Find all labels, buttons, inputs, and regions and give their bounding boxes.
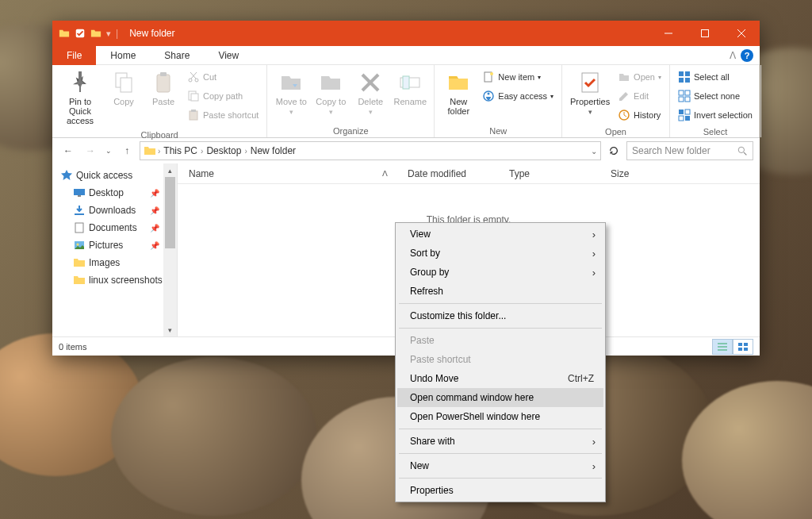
tree-linux-screenshots[interactable]: linux screenshots [52,271,177,289]
help-icon[interactable]: ? [741,49,753,62]
move-to-button[interactable]: Move to ▾ [272,68,310,117]
crumb-thispc[interactable]: This PC [162,145,199,156]
ctx-group-by[interactable]: Group by› [397,263,603,282]
tree-documents[interactable]: Documents 📌 [52,219,177,236]
folder-icon [144,144,156,157]
sort-chevron-icon: ᐱ [382,169,388,178]
search-icon [737,146,748,156]
select-all-icon [678,71,691,83]
svg-rect-37 [685,110,690,114]
ctx-sort-by[interactable]: Sort by› [397,244,603,263]
col-size[interactable]: Size [599,163,663,183]
properties-button[interactable]: Properties ▾ [567,68,613,117]
address-dropdown-icon[interactable]: ⌄ [591,147,597,156]
easy-access-button[interactable]: Easy access ▾ [479,87,557,105]
item-count: 0 items [59,342,86,352]
svg-rect-52 [744,343,748,346]
edit-button[interactable]: Edit [615,87,665,105]
qat-dropdown-icon[interactable]: ▾ [106,29,111,39]
select-none-icon [678,90,691,102]
column-headers: Name ᐱ Date modified Type Size [178,163,760,184]
ctx-properties[interactable]: Properties [397,481,603,500]
nav-back-button[interactable]: ← [59,141,78,160]
context-menu: View› Sort by› Group by› Refresh Customi… [395,222,606,502]
paste-button[interactable]: Paste [144,68,182,108]
crumb-newfolder[interactable]: New folder [249,145,297,156]
svg-rect-21 [403,76,409,89]
view-details-button[interactable] [712,339,733,355]
new-folder-button[interactable]: New folder [439,68,477,117]
view-large-icons-button[interactable] [733,339,753,355]
tab-share[interactable]: Share [150,46,204,65]
svg-rect-42 [74,189,85,195]
titlebar[interactable]: ▾ | New folder [52,21,760,46]
svg-line-41 [744,152,746,155]
ctx-view[interactable]: View› [397,225,603,244]
pin-to-quick-access-button[interactable]: Pin to Quick access [57,68,103,127]
svg-rect-51 [738,343,742,346]
tab-view[interactable]: View [204,46,253,65]
easy-access-icon [482,90,495,102]
refresh-button[interactable] [604,141,623,160]
invert-selection-button[interactable]: Invert selection [675,106,756,124]
nav-forward-button[interactable]: → [81,141,100,160]
copy-path-button[interactable]: Copy path [184,87,262,105]
delete-button[interactable]: Delete ▾ [351,68,389,117]
tab-file[interactable]: File [52,46,96,65]
qat-newfolder-icon[interactable] [90,28,102,39]
ctx-customize[interactable]: Customize this folder... [397,306,603,325]
ctx-refresh[interactable]: Refresh [397,282,603,301]
nav-history-dropdown[interactable]: ⌄ [103,141,114,160]
svg-rect-44 [75,213,84,215]
submenu-arrow-icon: › [592,267,596,279]
svg-point-10 [189,79,192,82]
tree-desktop[interactable]: Desktop 📌 [52,184,177,202]
history-button[interactable]: History [615,106,665,124]
svg-point-11 [195,79,198,82]
ribbon-tabs: File Home Share View ᐱ ? [52,46,760,65]
ctx-undo-move[interactable]: Undo MoveCtrl+Z [397,369,603,388]
ctx-paste: Paste [397,331,603,350]
copy-to-button[interactable]: Copy to ▾ [312,68,350,117]
address-bar[interactable]: › This PC › Desktop › New folder ⌄ [140,141,601,160]
svg-rect-54 [744,348,748,351]
svg-rect-36 [679,110,684,114]
tree-images[interactable]: Images [52,254,177,271]
col-date[interactable]: Date modified [396,163,498,183]
submenu-arrow-icon: › [592,460,596,472]
ctx-new[interactable]: New› [397,456,603,475]
ctx-paste-shortcut: Paste shortcut [397,350,603,369]
ctx-open-cmd[interactable]: Open command window here [397,388,603,407]
crumb-desktop[interactable]: Desktop [205,145,243,156]
col-name[interactable]: Name ᐱ [178,163,396,183]
svg-rect-17 [191,110,196,112]
copy-button[interactable]: Copy [105,68,143,108]
open-button[interactable]: Open ▾ [615,68,665,86]
new-item-button[interactable]: New item ▾ [479,68,557,86]
search-input[interactable]: Search New folder [626,141,753,160]
col-type[interactable]: Type [498,163,599,183]
svg-point-40 [738,147,744,152]
svg-point-47 [77,244,79,246]
nav-up-button[interactable]: ↑ [117,141,136,160]
ctx-open-powershell[interactable]: Open PowerShell window here [397,407,603,426]
qat-properties-icon[interactable] [75,28,86,39]
tab-home[interactable]: Home [96,46,150,65]
ribbon-collapse-button[interactable]: ᐱ [730,50,736,61]
svg-line-12 [191,72,197,79]
ctx-share-with[interactable]: Share with› [397,432,603,451]
cut-icon [187,71,200,83]
maximize-button[interactable] [687,21,723,46]
select-none-button[interactable]: Select none [675,87,756,105]
navigation-pane[interactable]: Quick access Desktop 📌 Downloads 📌 Docum… [52,163,178,336]
cut-button[interactable]: Cut [184,68,262,86]
rename-button[interactable]: Rename [391,68,429,108]
nav-scrollbar[interactable]: ▴ ▾ [163,163,177,336]
paste-shortcut-button[interactable]: Paste shortcut [184,106,262,124]
tree-quick-access[interactable]: Quick access [52,167,177,184]
close-button[interactable] [723,21,760,46]
select-all-button[interactable]: Select all [675,68,756,86]
minimize-button[interactable] [650,21,687,46]
tree-downloads[interactable]: Downloads 📌 [52,202,177,219]
tree-pictures[interactable]: Pictures 📌 [52,236,177,254]
